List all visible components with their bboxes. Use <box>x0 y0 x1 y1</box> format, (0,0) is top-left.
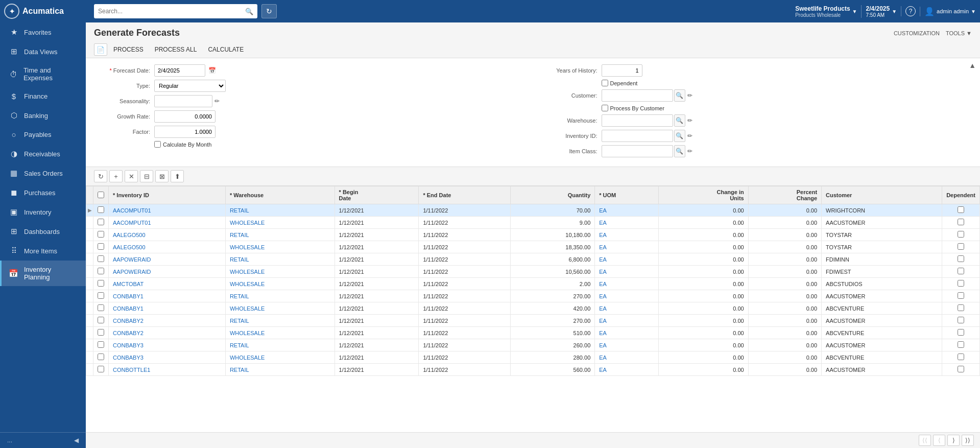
cell-warehouse[interactable]: RETAIL <box>225 364 334 376</box>
row-checkbox-cell[interactable] <box>93 339 109 351</box>
years-of-history-input[interactable] <box>602 64 642 77</box>
inventory-id-input[interactable] <box>602 130 673 142</box>
cell-dependent[interactable] <box>942 339 980 351</box>
row-checkbox-cell[interactable] <box>93 241 109 253</box>
refresh-button[interactable]: ↻ <box>94 170 107 182</box>
cell-warehouse[interactable]: RETAIL <box>225 339 334 351</box>
table-row[interactable]: CONBABY3RETAIL1/12/20211/11/2022260.00EA… <box>86 339 980 351</box>
col-quantity[interactable]: Quantity <box>511 186 595 204</box>
cell-inventory-id[interactable]: CONBABY2 <box>109 327 226 339</box>
row-checkbox-cell[interactable] <box>93 364 109 376</box>
cell-inventory-id[interactable]: AAPOWERAID <box>109 253 226 266</box>
cell-dependent[interactable] <box>942 266 980 278</box>
last-page-button[interactable]: ⟩⟩ <box>962 435 974 446</box>
dependent-checkbox[interactable] <box>958 366 964 372</box>
sidebar-item-payables[interactable]: ○ Payables <box>0 125 86 144</box>
factor-input[interactable] <box>154 126 216 138</box>
cell-uom[interactable]: EA <box>595 204 659 217</box>
table-row[interactable]: CONBOTTLE1RETAIL1/12/20211/11/2022560.00… <box>86 364 980 376</box>
cell-warehouse[interactable]: RETAIL <box>225 290 334 302</box>
cell-warehouse[interactable]: WHOLESALE <box>225 241 334 253</box>
forecast-date-input[interactable] <box>154 64 205 77</box>
date-selector[interactable]: 2/4/2025 7:50 AM ▼ <box>861 5 897 18</box>
cell-inventory-id[interactable]: CONBABY2 <box>109 315 226 327</box>
cell-dependent[interactable] <box>942 204 980 217</box>
cell-dependent[interactable] <box>942 241 980 253</box>
dependent-checkbox[interactable] <box>958 304 964 311</box>
user-menu[interactable]: 👤 admin admin ▼ <box>920 7 976 16</box>
cell-warehouse[interactable]: WHOLESALE <box>225 217 334 229</box>
col-end-date[interactable]: * End Date <box>419 186 511 204</box>
cell-dependent[interactable] <box>942 315 980 327</box>
cell-dependent[interactable] <box>942 290 980 302</box>
cell-dependent[interactable] <box>942 229 980 241</box>
row-select-checkbox[interactable] <box>98 255 104 262</box>
sidebar-item-favorites[interactable]: ★ Favorites <box>0 22 86 42</box>
table-row[interactable]: CONBABY1RETAIL1/12/20211/11/2022270.00EA… <box>86 290 980 302</box>
cell-inventory-id[interactable]: AACOMPUT01 <box>109 217 226 229</box>
search-bar[interactable]: 🔍 <box>94 4 257 18</box>
cell-uom[interactable]: EA <box>595 217 659 229</box>
cell-warehouse[interactable]: RETAIL <box>225 229 334 241</box>
cell-inventory-id[interactable]: AACOMPUT01 <box>109 204 226 217</box>
cell-inventory-id[interactable]: CONBABY1 <box>109 290 226 302</box>
calculate-by-month-checkbox[interactable] <box>154 141 161 148</box>
cell-uom[interactable]: EA <box>595 315 659 327</box>
row-checkbox-cell[interactable] <box>93 302 109 315</box>
cell-dependent[interactable] <box>942 253 980 266</box>
dependent-checkbox-label[interactable]: Dependent <box>602 80 638 86</box>
prev-page-button[interactable]: ⟨ <box>933 435 945 446</box>
cell-uom[interactable]: EA <box>595 266 659 278</box>
inventory-id-edit-icon[interactable]: ✏ <box>687 132 692 139</box>
table-row[interactable]: CONBABY2WHOLESALE1/12/20211/11/2022510.0… <box>86 327 980 339</box>
process-button[interactable]: PROCESS <box>108 44 149 55</box>
col-percent-change[interactable]: PercentChange <box>748 186 821 204</box>
next-page-button[interactable]: ⟩ <box>947 435 960 446</box>
cell-dependent[interactable] <box>942 327 980 339</box>
sidebar-item-purchases[interactable]: ◼ Purchases <box>0 183 86 202</box>
item-class-input[interactable] <box>602 145 673 157</box>
cell-inventory-id[interactable]: CONBOTTLE1 <box>109 364 226 376</box>
cell-uom[interactable]: EA <box>595 253 659 266</box>
row-checkbox-cell[interactable] <box>93 278 109 290</box>
select-all-checkbox[interactable] <box>98 192 104 198</box>
cell-warehouse[interactable]: WHOLESALE <box>225 302 334 315</box>
sidebar-item-dashboards[interactable]: ⊞ Dashboards <box>0 222 86 241</box>
cell-warehouse[interactable]: WHOLESALE <box>225 266 334 278</box>
customer-search-icon[interactable]: 🔍 <box>674 89 685 102</box>
row-checkbox-cell[interactable] <box>93 315 109 327</box>
cell-uom[interactable]: EA <box>595 351 659 364</box>
row-checkbox-cell[interactable] <box>93 217 109 229</box>
search-input[interactable] <box>98 8 245 15</box>
col-dependent[interactable]: Dependent <box>942 186 980 204</box>
dependent-checkbox[interactable] <box>958 317 964 323</box>
process-by-customer-label[interactable]: Process By Customer <box>602 105 664 111</box>
process-by-customer-checkbox[interactable] <box>602 105 608 111</box>
table-row[interactable]: CONBABY1WHOLESALE1/12/20211/11/2022420.0… <box>86 302 980 315</box>
table-row[interactable]: CONBABY3WHOLESALE1/12/20211/11/2022280.0… <box>86 351 980 364</box>
row-select-checkbox[interactable] <box>98 353 104 360</box>
dependent-checkbox[interactable] <box>958 292 964 299</box>
dependent-checkbox[interactable] <box>958 243 964 250</box>
table-row[interactable]: AAPOWERAIDRETAIL1/12/20211/11/20226,800.… <box>86 253 980 266</box>
dependent-checkbox[interactable] <box>958 206 964 213</box>
sidebar-item-inventory[interactable]: ▣ Inventory <box>0 202 86 222</box>
row-checkbox-cell[interactable] <box>93 290 109 302</box>
row-checkbox-cell[interactable] <box>93 351 109 364</box>
sidebar-item-inventory-planning[interactable]: 📅 Inventory Planning <box>0 261 86 286</box>
seasonality-edit-icon[interactable]: ✏ <box>214 98 220 105</box>
row-select-checkbox[interactable] <box>98 219 104 225</box>
add-row-button[interactable]: + <box>109 170 123 182</box>
row-select-checkbox[interactable] <box>98 206 104 213</box>
customization-button[interactable]: CUSTOMIZATION <box>894 30 940 36</box>
table-row[interactable]: AALEGO500WHOLESALE1/12/20211/11/202218,3… <box>86 241 980 253</box>
cell-dependent[interactable] <box>942 302 980 315</box>
dependent-checkbox[interactable] <box>958 329 964 336</box>
cell-warehouse[interactable]: RETAIL <box>225 315 334 327</box>
cell-warehouse[interactable]: RETAIL <box>225 204 334 217</box>
warehouse-search-icon[interactable]: 🔍 <box>674 114 685 127</box>
cell-uom[interactable]: EA <box>595 302 659 315</box>
table-row[interactable]: ▶AACOMPUT01RETAIL1/12/20211/11/202270.00… <box>86 204 980 217</box>
data-grid[interactable]: * Inventory ID * Warehouse * BeginDate *… <box>86 186 980 432</box>
sidebar-item-more-items[interactable]: ⠿ More Items <box>0 241 86 261</box>
